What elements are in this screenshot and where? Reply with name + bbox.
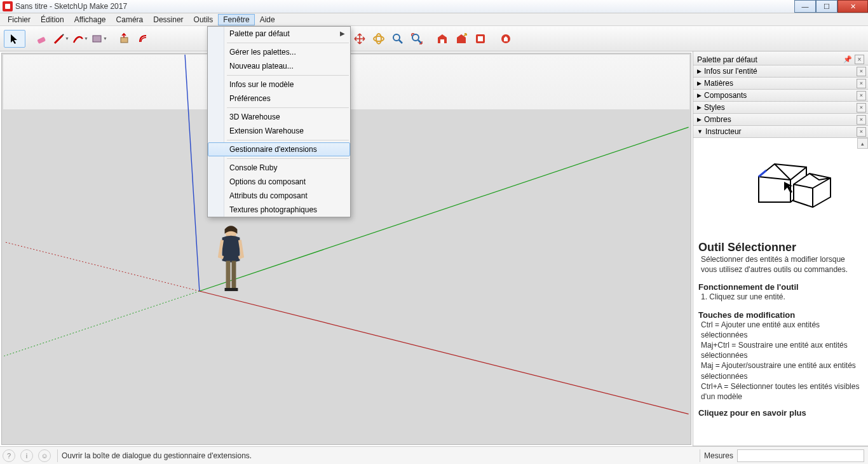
line-tool[interactable]: ▼ bbox=[52, 30, 70, 48]
menu-item-extension-warehouse[interactable]: Extension Warehouse bbox=[208, 124, 350, 138]
orbit-tool[interactable] bbox=[370, 30, 388, 48]
tray: Palette par défaut 📌 × ▶Infos sur l'enti… bbox=[693, 51, 868, 446]
tray-panel-ombres[interactable]: ▶Ombres× bbox=[693, 114, 868, 126]
panel-close-icon[interactable]: × bbox=[857, 127, 866, 137]
svg-rect-20 bbox=[440, 39, 444, 43]
workspace: Palette par défaut 📌 × ▶Infos sur l'enti… bbox=[0, 51, 868, 446]
minimize-button[interactable]: — bbox=[794, 0, 816, 13]
menu-edition[interactable]: Édition bbox=[36, 14, 69, 25]
window-menu-dropdown: Palette par défaut▶Gérer les palettes...… bbox=[207, 26, 351, 217]
tray-close-button[interactable]: × bbox=[855, 55, 864, 64]
svg-point-18 bbox=[412, 34, 419, 41]
maximize-button[interactable]: ☐ bbox=[816, 0, 837, 13]
panel-close-icon[interactable]: × bbox=[857, 115, 866, 125]
svg-rect-22 bbox=[478, 36, 483, 41]
tray-title-label: Palette par défaut bbox=[697, 55, 757, 64]
menu-item-attributs-du-composant[interactable]: Attributs du composant bbox=[208, 189, 350, 203]
svg-rect-2 bbox=[121, 38, 128, 43]
menu-item-options-du-composant[interactable]: Options du composant bbox=[208, 175, 350, 189]
pushpull-tool[interactable] bbox=[116, 30, 133, 48]
arc-tool[interactable]: ▼ bbox=[71, 30, 89, 48]
menu-fichier[interactable]: Fichier bbox=[3, 14, 36, 25]
menu-camera[interactable]: Caméra bbox=[111, 14, 149, 25]
svg-line-17 bbox=[399, 40, 402, 43]
instructor-mod-2: Maj+Ctrl = Soustraire une entité aux ent… bbox=[698, 340, 863, 360]
close-button[interactable]: ✕ bbox=[837, 0, 868, 13]
svg-point-14 bbox=[374, 36, 384, 41]
measure-input[interactable] bbox=[737, 449, 864, 462]
tray-panel-composants[interactable]: ▶Composants× bbox=[693, 90, 868, 102]
menu-item-3d-warehouse[interactable]: 3D Warehouse bbox=[208, 110, 350, 124]
svg-rect-1 bbox=[93, 36, 101, 42]
select-tool[interactable] bbox=[4, 30, 25, 48]
svg-rect-12 bbox=[231, 288, 238, 291]
instructor-desc: Sélectionner des entités à modifier lors… bbox=[698, 254, 863, 275]
title-bar: Sans titre - SketchUp Make 2017 — ☐ ✕ bbox=[0, 0, 868, 13]
help-icon[interactable]: ? bbox=[3, 449, 15, 462]
menu-item-gestionnaire-d-extensions[interactable]: Gestionnaire d'extensions bbox=[208, 142, 350, 156]
menu-item-ge-rer-les-palettes---[interactable]: Gérer les palettes... bbox=[208, 45, 350, 59]
menu-fenetre[interactable]: Fenêtre bbox=[218, 14, 254, 25]
layout-icon[interactable] bbox=[471, 30, 489, 48]
tray-panel-matie-res[interactable]: ▶Matières× bbox=[693, 78, 868, 90]
warehouse-send-icon[interactable] bbox=[452, 30, 470, 48]
app-icon bbox=[3, 1, 13, 11]
warehouse-3d-icon[interactable] bbox=[433, 30, 451, 48]
svg-line-5 bbox=[200, 291, 689, 414]
panel-close-icon[interactable]: × bbox=[857, 91, 866, 100]
window-title: Sans titre - SketchUp Make 2017 bbox=[15, 2, 127, 11]
instructor-mod-4: Ctrl+A = Sélectionner toutes les entités… bbox=[698, 381, 863, 402]
extension-warehouse-icon[interactable] bbox=[497, 30, 515, 48]
move-tool[interactable] bbox=[351, 30, 369, 48]
zoom-extents-tool[interactable] bbox=[408, 30, 426, 48]
menu-item-nouveau-plateau---[interactable]: Nouveau plateau... bbox=[208, 59, 350, 73]
instructor-panel: ▴ Outil Sélect bbox=[693, 138, 868, 446]
status-bar: ? i ☺ Ouvrir la boîte de dialogue du ges… bbox=[0, 446, 868, 464]
svg-point-15 bbox=[376, 34, 381, 44]
menu-item-infos-sur-le-mode-le[interactable]: Infos sur le modèle bbox=[208, 78, 350, 92]
svg-line-4 bbox=[4, 291, 199, 356]
tray-panel-instructeur[interactable]: ▼Instructeur× bbox=[693, 126, 868, 138]
panel-close-icon[interactable]: × bbox=[857, 103, 866, 113]
instructor-mod-3: Maj = Ajouter/soustraire une entité aux … bbox=[698, 360, 863, 381]
svg-point-16 bbox=[393, 34, 400, 41]
instructor-illustration bbox=[698, 142, 863, 237]
instructor-mod-1: Ctrl = Ajouter une entité aux entités sé… bbox=[698, 320, 863, 340]
instructor-title: Outil Sélectionner bbox=[698, 241, 863, 254]
menu-item-console-ruby[interactable]: Console Ruby bbox=[208, 161, 350, 175]
zoom-tool[interactable] bbox=[389, 30, 407, 48]
menu-aide[interactable]: Aide bbox=[255, 14, 280, 25]
menu-affichage[interactable]: Affichage bbox=[69, 14, 111, 25]
svg-line-7 bbox=[185, 55, 200, 291]
svg-rect-11 bbox=[225, 288, 232, 291]
menu-item-pre-fe-rences[interactable]: Préférences bbox=[208, 92, 350, 106]
scene-figure bbox=[220, 226, 243, 291]
instructor-op-1: 1. Cliquez sur une entité. bbox=[698, 292, 863, 302]
svg-line-19 bbox=[418, 40, 421, 43]
menu-item-textures-photographiques[interactable]: Textures photographiques bbox=[208, 203, 350, 217]
window-controls: — ☐ ✕ bbox=[794, 0, 868, 13]
pin-icon[interactable]: 📌 bbox=[843, 55, 852, 64]
info-icon[interactable]: i bbox=[20, 449, 33, 462]
scroll-up-button[interactable]: ▴ bbox=[857, 138, 868, 149]
menu-outils[interactable]: Outils bbox=[189, 14, 219, 25]
instructor-mod-head: Touches de modification bbox=[698, 310, 863, 320]
measure-label: Mesures bbox=[704, 451, 733, 460]
tray-panel-infos-sur-l-entite-[interactable]: ▶Infos sur l'entité× bbox=[693, 65, 868, 78]
panel-close-icon[interactable]: × bbox=[857, 67, 866, 76]
svg-line-6 bbox=[4, 242, 199, 291]
panel-close-icon[interactable]: × bbox=[857, 79, 866, 88]
instructor-more[interactable]: Cliquez pour en savoir plus bbox=[698, 408, 863, 418]
menu-bar: FichierÉditionAffichageCaméraDessinerOut… bbox=[0, 13, 868, 26]
eraser-tool[interactable] bbox=[33, 30, 51, 48]
svg-rect-10 bbox=[231, 261, 236, 289]
status-hint: Ouvrir la boîte de dialogue du gestionna… bbox=[62, 451, 252, 460]
menu-item-palette-par-de-faut[interactable]: Palette par défaut▶ bbox=[208, 27, 350, 41]
menu-dessiner[interactable]: Dessiner bbox=[148, 14, 188, 25]
offset-tool[interactable] bbox=[135, 30, 153, 48]
tray-panel-styles[interactable]: ▶Styles× bbox=[693, 102, 868, 114]
svg-rect-0 bbox=[37, 36, 46, 43]
svg-rect-9 bbox=[226, 261, 231, 289]
rectangle-tool[interactable]: ▼ bbox=[90, 30, 108, 48]
user-icon[interactable]: ☺ bbox=[38, 449, 51, 462]
